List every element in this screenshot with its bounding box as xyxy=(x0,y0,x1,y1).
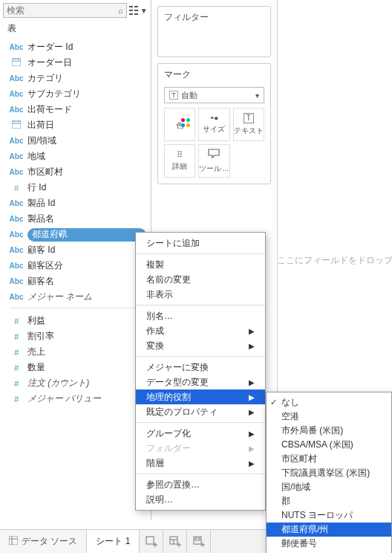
dimension-field[interactable]: Abc製品名 xyxy=(0,211,151,227)
geo-congressional-district[interactable]: 下院議員選挙区 (米国) xyxy=(267,466,391,480)
field-label: 出荷モード xyxy=(27,103,146,116)
new-worksheet-button[interactable] xyxy=(140,530,163,553)
dimension-field[interactable]: Abc製品 Id xyxy=(0,195,151,211)
geo-county[interactable]: 郡 xyxy=(267,494,391,508)
dimension-field[interactable]: Abc市区町村 xyxy=(0,164,151,180)
tab-sheet-1-label: シート 1 xyxy=(96,535,130,548)
svg-rect-3 xyxy=(134,6,138,7)
string-icon: Abc xyxy=(9,199,24,207)
ctx-describe[interactable]: 説明… xyxy=(136,492,265,507)
field-context-menu: シートに追加 複製 名前の変更 非表示 別名… 作成▶ 変換▶ メジャーに変換 … xyxy=(135,232,266,511)
field-label: 顧客区分 xyxy=(27,259,146,272)
marks-size-button[interactable]: •ᐧ● サイズ xyxy=(198,108,229,141)
marks-detail-button[interactable]: ⠿ 詳細 xyxy=(164,144,195,178)
marks-color-button[interactable]: 色 xyxy=(164,108,195,141)
filters-shelf[interactable]: フィルター xyxy=(157,6,271,57)
string-icon: Abc xyxy=(9,43,24,51)
dimension-field[interactable]: Abc地域 xyxy=(0,149,151,164)
ctx-geographic-role[interactable]: 地理的役割▶ xyxy=(136,389,265,404)
dimension-field[interactable]: Abcオーダー Id xyxy=(0,39,151,55)
field-label: オーダー日 xyxy=(27,56,146,69)
dimension-field[interactable]: #行 Id xyxy=(0,180,151,195)
ctx-change-data-type[interactable]: データ型の変更▶ xyxy=(136,375,265,389)
ctx-add-to-sheet[interactable]: シートに追加 xyxy=(136,236,265,250)
ctx-rename[interactable]: 名前の変更 xyxy=(136,272,265,287)
tab-data-source[interactable]: データ ソース xyxy=(0,530,87,553)
dimension-field[interactable]: Abcカテゴリ xyxy=(0,71,151,86)
field-label: 製品名 xyxy=(27,213,146,225)
measure-field[interactable]: #利益 xyxy=(0,313,151,329)
svg-rect-5 xyxy=(134,13,138,15)
data-pane-menu[interactable]: ▼ xyxy=(140,4,148,17)
measure-field[interactable]: #メジャー バリュー xyxy=(0,391,151,407)
date-icon xyxy=(9,120,24,130)
geo-country[interactable]: 国/地域 xyxy=(267,480,391,494)
geo-cbsa[interactable]: CBSA/MSA (米国) xyxy=(267,438,391,452)
submenu-arrow-icon: ▶ xyxy=(249,393,255,401)
dimension-field[interactable]: Abc顧客名 xyxy=(0,274,151,289)
measure-field[interactable]: #割引率 xyxy=(0,329,151,344)
geo-zip[interactable]: 郵便番号 xyxy=(267,537,391,551)
submenu-arrow-icon: ▶ xyxy=(249,430,255,438)
string-icon: Abc xyxy=(9,246,24,254)
selected-field-pill[interactable]: 都道府県▾ xyxy=(27,228,146,242)
field-label: 割引率 xyxy=(27,330,146,343)
ctx-separator xyxy=(136,473,265,474)
marks-grid: 色 •ᐧ● サイズ T テキスト ⠿ 詳細 ツール… xyxy=(158,108,270,184)
marks-text-button[interactable]: T テキスト xyxy=(233,108,264,141)
field-label: 地域 xyxy=(27,150,146,163)
new-dashboard-button[interactable] xyxy=(163,530,187,553)
geo-airport[interactable]: 空港 xyxy=(267,410,391,424)
ctx-hierarchy[interactable]: 階層▶ xyxy=(136,456,265,470)
geo-area-code[interactable]: 市外局番 (米国) xyxy=(267,424,391,438)
number-icon: # xyxy=(9,317,24,326)
string-icon: Abc xyxy=(9,215,24,223)
ctx-create[interactable]: 作成▶ xyxy=(136,323,265,338)
number-icon: # xyxy=(9,332,24,341)
ctx-default-properties[interactable]: 既定のプロパティ▶ xyxy=(136,404,265,419)
search-icon[interactable]: ⌕ xyxy=(118,6,123,15)
dimension-field[interactable]: Abcメジャー ネーム xyxy=(0,289,151,305)
dimension-field[interactable]: Abc出荷モード xyxy=(0,102,151,117)
measure-field[interactable]: #注文 (カウント) xyxy=(0,375,151,391)
dimension-field[interactable]: Abc顧客区分 xyxy=(0,258,151,274)
search-box[interactable]: ⌕ xyxy=(3,3,127,18)
table-section-header: 表 xyxy=(0,19,151,38)
tab-sheet-1[interactable]: シート 1 xyxy=(87,530,140,553)
dimension-field[interactable]: Abcサブカテゴリ xyxy=(0,86,151,102)
marks-detail-label: 詳細 xyxy=(172,161,187,172)
measure-field[interactable]: #売上 xyxy=(0,344,151,360)
ctx-convert-to-measure[interactable]: メジャーに変換 xyxy=(136,360,265,375)
dimension-field[interactable]: 出荷日 xyxy=(0,117,151,133)
search-input[interactable] xyxy=(7,5,118,16)
search-row: ⌕ ▼ xyxy=(0,0,151,19)
ctx-transform[interactable]: 変換▶ xyxy=(136,338,265,353)
field-label: メジャー ネーム xyxy=(27,291,146,303)
text-icon: T xyxy=(169,91,178,100)
geo-none[interactable]: ✓なし xyxy=(267,395,391,410)
measure-field[interactable]: #数量 xyxy=(0,360,151,375)
ctx-group-by[interactable]: グループ化▶ xyxy=(136,426,265,441)
mark-type-selector[interactable]: T 自動 ▾ xyxy=(164,87,264,103)
dimension-field[interactable]: Abc都道府県▾ xyxy=(0,227,151,242)
list-view-toggle[interactable] xyxy=(128,4,139,17)
number-icon: # xyxy=(9,348,24,357)
dimension-field[interactable]: オーダー日 xyxy=(0,55,151,71)
marks-tooltip-button[interactable]: ツール… xyxy=(198,144,229,178)
drop-hint: ここにフィールドをドロップ xyxy=(278,254,392,267)
field-label: オーダー Id xyxy=(27,41,146,54)
ctx-replace-references[interactable]: 参照の置換… xyxy=(136,477,265,492)
ctx-hide[interactable]: 非表示 xyxy=(136,287,265,302)
geo-city[interactable]: 市区町村 xyxy=(267,452,391,466)
geo-nuts[interactable]: NUTS ヨーロッパ xyxy=(267,508,391,523)
geo-state[interactable]: 都道府県/州 xyxy=(267,523,391,537)
ctx-separator xyxy=(136,253,265,254)
dimension-field[interactable]: Abc顧客 Id xyxy=(0,242,151,258)
ctx-duplicate[interactable]: 複製 xyxy=(136,257,265,272)
new-story-button[interactable] xyxy=(187,530,211,553)
string-icon: Abc xyxy=(9,277,24,285)
dimension-field[interactable]: Abc国/領域 xyxy=(0,133,151,149)
svg-rect-2 xyxy=(129,13,133,15)
geographic-role-submenu: ✓なし 空港 市外局番 (米国) CBSA/MSA (米国) 市区町村 下院議員… xyxy=(266,392,392,553)
ctx-aliases[interactable]: 別名… xyxy=(136,308,265,323)
